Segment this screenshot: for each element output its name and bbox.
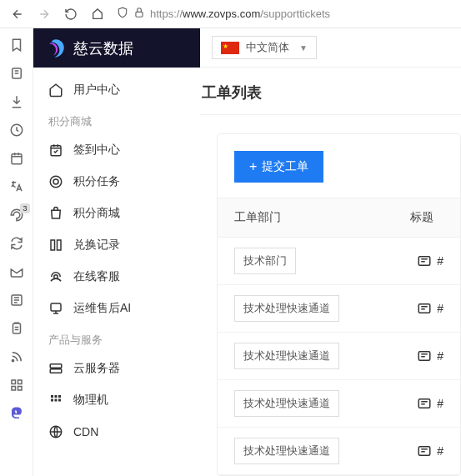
forward-button[interactable] <box>33 3 55 25</box>
ticket-icon <box>417 301 432 316</box>
svg-rect-19 <box>55 395 58 398</box>
svg-rect-10 <box>18 387 22 391</box>
submit-ticket-button[interactable]: +提交工单 <box>234 151 323 183</box>
download-icon[interactable] <box>8 93 25 110</box>
dept-tag: 技术处理快速通道 <box>234 343 339 369</box>
nav-section-points: 积分商城 <box>33 106 200 134</box>
addons-icon[interactable]: 3 <box>8 207 25 223</box>
nav-label: 积分商城 <box>73 206 120 221</box>
nav-cloud-server[interactable]: 云服务器 <box>33 353 200 384</box>
nav-points-mall[interactable]: 积分商城 <box>33 198 200 229</box>
nav-exchange-log[interactable]: 兑换记录 <box>33 229 200 261</box>
svg-rect-0 <box>136 12 143 17</box>
inbox-icon[interactable] <box>8 263 25 280</box>
svg-rect-18 <box>51 395 53 398</box>
ticket-card: +提交工单 工单部门 标题 技术部门#技术处理快速通道#技术处理快速通道#技术处… <box>217 133 461 476</box>
dept-tag: 技术处理快速通道 <box>234 295 339 322</box>
ticket-id: # <box>437 397 443 410</box>
nav-physical[interactable]: 物理机 <box>33 384 200 416</box>
translate-icon[interactable] <box>8 178 25 195</box>
reader-icon[interactable] <box>8 292 25 308</box>
nav-label: CDN <box>73 425 98 438</box>
nav-cdn[interactable]: CDN <box>33 416 200 448</box>
lock-icon <box>133 7 145 21</box>
home-button[interactable] <box>87 3 108 25</box>
svg-rect-20 <box>58 395 61 398</box>
nav-label: 积分任务 <box>73 174 120 189</box>
nav-checkin[interactable]: 签到中心 <box>33 134 200 166</box>
back-button[interactable] <box>7 3 28 25</box>
flag-icon <box>221 42 239 54</box>
table-row[interactable]: 技术处理快速通道# <box>218 428 460 475</box>
mastodon-icon[interactable] <box>8 405 25 422</box>
page: 中文简体 ▼ 工单列表 +提交工单 工单部门 标题 技术部门#技术处理快速通道#… <box>200 28 461 476</box>
nav-online-support[interactable]: 在线客服 <box>33 261 200 293</box>
rss-icon[interactable] <box>8 348 25 365</box>
shield-icon <box>117 7 128 21</box>
svg-rect-23 <box>58 399 61 402</box>
ticket-icon <box>417 253 432 268</box>
logo-text: 慈云数据 <box>73 38 133 58</box>
svg-point-12 <box>50 176 62 188</box>
nav-user-center[interactable]: 用户中心 <box>33 74 200 106</box>
browser-left-rail: 3 <box>0 28 33 476</box>
svg-rect-7 <box>12 380 16 384</box>
bookmark-icon[interactable] <box>8 37 25 53</box>
nav-label: 签到中心 <box>73 143 120 158</box>
ticket-id: # <box>437 254 443 268</box>
calendar-icon[interactable] <box>8 150 25 167</box>
clipboard-icon[interactable] <box>8 320 25 337</box>
dept-tag: 技术处理快速通道 <box>234 438 339 464</box>
language-selector[interactable]: 中文简体 ▼ <box>212 36 317 59</box>
table-row[interactable]: 技术处理快速通道# <box>218 380 460 428</box>
nav-label: 兑换记录 <box>73 238 120 253</box>
svg-rect-5 <box>13 323 20 333</box>
svg-rect-11 <box>51 146 61 156</box>
browser-toolbar: https://www.zovps.com/supporttickets <box>0 0 461 28</box>
app-header: 慈云数据 <box>33 28 200 68</box>
nav-ops-ai[interactable]: 运维售后AI <box>33 293 200 324</box>
table-row[interactable]: 技术部门# <box>218 238 460 285</box>
button-label: 提交工单 <box>262 159 308 174</box>
badge: 3 <box>20 203 29 213</box>
reload-button[interactable] <box>60 3 82 25</box>
table-row[interactable]: 技术处理快速通道# <box>218 333 460 380</box>
grid-icon[interactable] <box>8 377 25 393</box>
svg-rect-15 <box>51 303 61 311</box>
nav-points-tasks[interactable]: 积分任务 <box>33 166 200 198</box>
svg-rect-8 <box>18 380 22 384</box>
page-title: 工单列表 <box>200 83 461 115</box>
svg-rect-9 <box>12 387 16 391</box>
ticket-icon <box>417 396 432 411</box>
svg-rect-22 <box>55 399 58 402</box>
chevron-down-icon: ▼ <box>299 43 308 53</box>
nav-label: 用户中心 <box>73 83 120 98</box>
ticket-icon <box>417 443 432 458</box>
ticket-icon <box>417 348 432 363</box>
table-row[interactable]: 技术处理快速通道# <box>218 285 460 333</box>
book-icon[interactable] <box>8 65 25 82</box>
url-text: https://www.zovps.com/supporttickets <box>150 8 330 20</box>
ticket-id: # <box>437 444 443 458</box>
logo-icon <box>45 38 67 59</box>
page-topbar: 中文简体 ▼ <box>200 28 461 68</box>
svg-rect-17 <box>50 369 62 373</box>
sync-icon[interactable] <box>8 235 25 252</box>
nav-section-products: 产品与服务 <box>33 324 200 353</box>
col-title: 标题 <box>410 210 443 225</box>
dept-tag: 技术部门 <box>234 248 296 274</box>
dept-tag: 技术处理快速通道 <box>234 390 339 417</box>
plus-icon: + <box>249 160 257 173</box>
nav-label: 物理机 <box>73 393 108 408</box>
svg-point-6 <box>12 359 13 361</box>
svg-rect-21 <box>51 399 53 402</box>
svg-rect-16 <box>50 364 62 368</box>
nav-label: 云服务器 <box>73 361 120 376</box>
history-icon[interactable] <box>8 122 25 138</box>
svg-rect-3 <box>12 154 22 164</box>
nav-label: 在线客服 <box>73 269 120 284</box>
nav-label: 运维售后AI <box>73 301 131 316</box>
col-dept: 工单部门 <box>234 210 410 225</box>
url-bar[interactable]: https://www.zovps.com/supporttickets <box>113 7 454 21</box>
logo[interactable]: 慈云数据 <box>45 38 133 59</box>
